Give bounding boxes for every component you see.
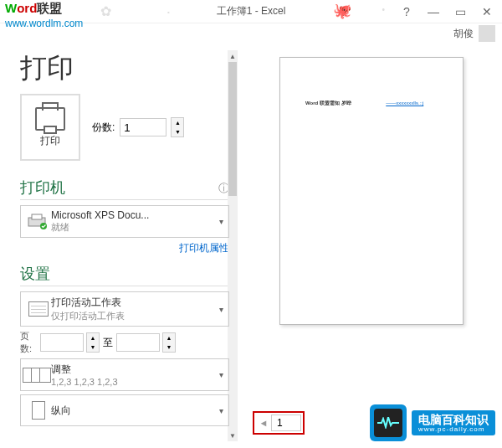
pages-from-down[interactable]: ▼	[87, 342, 99, 352]
svg-rect-1	[32, 214, 42, 219]
printer-small-icon	[26, 213, 51, 231]
print-preview-panel: Word 联盟需知 岁哗 ——xxxxxxxlls.::j ◄ 1	[241, 44, 502, 448]
printer-section-title: 打印机	[20, 178, 218, 198]
collate-sub: 1,2,3 1,2,3 1,2,3	[51, 377, 219, 387]
preview-line2: ——xxxxxxxlls.::j	[386, 100, 423, 106]
dropdown-caret-icon: ▾	[219, 217, 223, 226]
orientation-main: 纵向	[51, 404, 219, 418]
collate-icon	[26, 368, 51, 383]
print-button-label: 打印	[40, 134, 60, 148]
user-bar: 胡俊	[0, 23, 502, 44]
svg-point-2	[40, 223, 47, 229]
help-button[interactable]: ?	[395, 3, 418, 21]
copies-spin-down[interactable]: ▼	[172, 127, 183, 136]
collate-dropdown[interactable]: 调整 1,2,3 1,2,3 1,2,3 ▾	[20, 358, 229, 391]
scroll-down-arrow[interactable]: ▼	[228, 430, 238, 441]
print-settings-panel: ▲ ▼ 打印 打印 份数: ▲ ▼ 打印机 ⓘ	[0, 44, 241, 448]
scroll-thumb[interactable]	[228, 62, 237, 196]
copies-label: 份数:	[92, 121, 115, 135]
pages-to-up[interactable]: ▲	[163, 333, 175, 342]
dropdown-caret-icon: ▾	[219, 406, 223, 415]
scope-sub: 仅打印活动工作表	[51, 310, 219, 322]
user-name: 胡俊	[453, 27, 474, 41]
printer-status: 就绪	[51, 221, 219, 234]
orientation-dropdown[interactable]: 纵向 ▾	[20, 394, 229, 426]
current-page-input[interactable]: 1	[271, 415, 301, 431]
print-button[interactable]: 打印	[20, 94, 80, 161]
window-titlebar: ✿ • 🐙 • 工作簿1 - Excel ? — ▭ ✕	[0, 0, 502, 23]
logo-text: 电脑百科知识 www.pc-daily.com	[412, 410, 495, 435]
print-scope-dropdown[interactable]: 打印活动工作表 仅打印活动工作表 ▾	[20, 291, 229, 327]
pages-from-up[interactable]: ▲	[87, 333, 99, 342]
pages-to-input[interactable]	[116, 333, 160, 352]
window-title: 工作簿1 - Excel	[217, 4, 286, 18]
pages-label: 页数:	[20, 330, 37, 355]
preview-content: Word 联盟需知 岁哗 ——xxxxxxxlls.::j	[305, 100, 438, 107]
printer-name: Microsoft XPS Docu...	[51, 209, 219, 221]
page-heading: 打印	[20, 50, 238, 87]
copies-spin-up[interactable]: ▲	[172, 118, 183, 127]
page-navigation: ◄ 1	[253, 411, 305, 435]
pages-to-label: 至	[103, 336, 113, 350]
printer-icon	[35, 107, 65, 131]
portrait-icon	[26, 401, 51, 420]
dropdown-caret-icon: ▾	[219, 305, 223, 314]
restore-button[interactable]: ▭	[448, 3, 472, 21]
copies-input[interactable]	[120, 118, 166, 136]
logo-badge-icon	[370, 404, 407, 441]
scroll-up-arrow[interactable]: ▲	[228, 50, 238, 62]
preview-line1: Word 联盟需知 岁哗	[305, 100, 351, 106]
printer-properties-link[interactable]: 打印机属性	[20, 241, 238, 255]
pages-to-down[interactable]: ▼	[163, 342, 175, 352]
pages-from-input[interactable]	[40, 333, 84, 352]
worksheet-icon	[26, 301, 51, 317]
divider	[20, 199, 229, 200]
collate-main: 调整	[51, 363, 219, 377]
divider	[20, 286, 229, 286]
minimize-button[interactable]: —	[422, 3, 445, 21]
dropdown-caret-icon: ▾	[219, 370, 223, 379]
preview-page: Word 联盟需知 岁哗 ——xxxxxxxlls.::j	[279, 57, 464, 325]
prev-page-button[interactable]: ◄	[256, 415, 271, 431]
footer-logo-overlay: 电脑百科知识 www.pc-daily.com	[370, 404, 495, 441]
scope-main: 打印活动工作表	[51, 296, 219, 310]
printer-dropdown[interactable]: Microsoft XPS Docu... 就绪 ▾	[20, 205, 229, 238]
user-avatar[interactable]	[479, 25, 495, 42]
close-button[interactable]: ✕	[475, 3, 499, 21]
settings-section-title: 设置	[20, 264, 238, 284]
